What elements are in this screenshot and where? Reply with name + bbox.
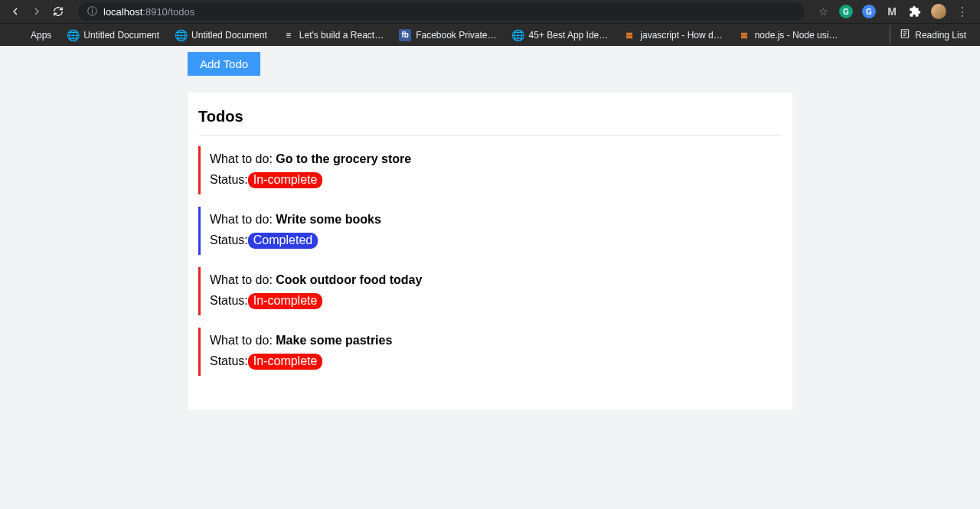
extension-medium-icon[interactable]: M [885,5,899,18]
todo-title: Cook outdoor food today [276,273,422,286]
site-info-icon[interactable]: ⓘ [87,5,97,18]
status-badge: In-complete [248,354,323,370]
add-todo-button[interactable]: Add Todo [188,52,260,76]
bookmark-item[interactable]: 🌐 Untitled Document [168,26,273,44]
stackoverflow-icon: ≣ [738,29,750,41]
bookmark-star-icon[interactable]: ☆ [816,5,830,18]
apps-shortcut[interactable]: Apps [8,26,57,44]
page-content: Add Todo Todos What to do: Go to the gro… [0,46,980,432]
todo-status-line: Status:Completed [210,233,782,249]
reading-list-icon [900,28,910,41]
todo-status-line: Status:In-complete [210,354,782,370]
divider [198,135,782,135]
todo-what-line: What to do: Write some books [210,211,782,227]
stackoverflow-icon: ≣ [623,29,635,41]
status-badge: In-complete [248,293,323,309]
bookmark-item[interactable]: ≣ node.js - Node usi… [732,26,844,44]
toolbar-right: ☆ G G M ⋮ [816,4,972,19]
profile-avatar[interactable] [931,4,946,19]
bookmark-item[interactable]: ≣ javascript - How d… [617,26,728,44]
todo-what-label: What to do: [210,273,276,286]
apps-label: Apps [31,30,51,41]
todo-item: What to do: Cook outdoor food todayStatu… [198,267,782,315]
bookmark-item[interactable]: 🌐 45+ Best App Ide… [506,26,615,44]
forward-button[interactable] [29,4,44,19]
extension-grammarly-icon[interactable]: G [839,5,853,18]
todo-status-label: Status: [210,233,248,246]
reload-button[interactable] [51,4,66,19]
todo-item: What to do: Make some pastriesStatus:In-… [198,328,782,376]
todo-status-label: Status: [210,173,248,186]
todo-item: What to do: Go to the grocery storeStatu… [198,146,782,194]
todo-title: Go to the grocery store [276,152,411,165]
todo-title: Write some books [276,213,381,226]
extensions-icon[interactable] [908,5,922,18]
status-badge: In-complete [248,172,323,188]
chrome-menu-icon[interactable]: ⋮ [956,5,969,18]
apps-icon [14,29,26,41]
bookmarks-bar: Apps 🌐 Untitled Document 🌐 Untitled Docu… [0,23,980,46]
todo-what-label: What to do: [210,152,276,165]
reading-list-button[interactable]: Reading List [890,25,972,44]
todo-status-line: Status:In-complete [210,293,782,309]
address-bar[interactable]: ⓘ localhost:8910/todos [78,2,804,21]
todos-list: What to do: Go to the grocery storeStatu… [198,146,782,376]
todos-card: Todos What to do: Go to the grocery stor… [188,93,792,409]
url-text: localhost:8910/todos [103,6,194,18]
link-icon: ≡ [283,29,295,41]
status-badge: Completed [248,233,318,249]
bookmark-item[interactable]: fb Facebook Private… [393,26,502,44]
todo-status-label: Status: [210,354,248,367]
todo-status-label: Status: [210,294,248,307]
back-button[interactable] [8,4,23,19]
todo-title: Make some pastries [276,334,392,347]
todo-item: What to do: Write some booksStatus:Compl… [198,207,782,255]
browser-toolbar: ⓘ localhost:8910/todos ☆ G G M ⋮ [0,0,980,23]
globe-icon: 🌐 [512,29,524,41]
globe-icon: 🌐 [175,29,187,41]
todo-what-label: What to do: [210,334,276,347]
extension-gtranslate-icon[interactable]: G [862,5,876,18]
todo-what-label: What to do: [210,213,276,226]
todo-what-line: What to do: Go to the grocery store [210,151,782,166]
bookmark-item[interactable]: ≡ Let's build a React… [276,26,390,44]
todo-status-line: Status:In-complete [210,172,782,188]
todos-heading: Todos [198,108,782,126]
bookmark-item[interactable]: 🌐 Untitled Document [60,26,165,44]
todo-what-line: What to do: Cook outdoor food today [210,272,782,287]
facebook-icon: fb [399,29,411,41]
globe-icon: 🌐 [67,29,79,41]
todo-what-line: What to do: Make some pastries [210,332,782,347]
